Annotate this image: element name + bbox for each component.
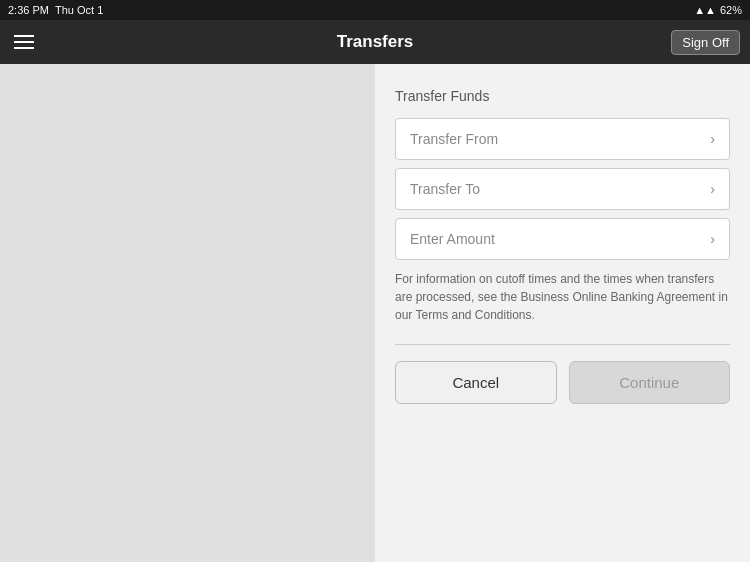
cancel-button[interactable]: Cancel	[395, 361, 557, 404]
battery-level: 62%	[720, 4, 742, 16]
status-bar: 2:36 PM Thu Oct 1 ▲▲ 62%	[0, 0, 750, 20]
enter-amount-chevron: ›	[710, 231, 715, 247]
status-left: 2:36 PM Thu Oct 1	[8, 4, 103, 16]
enter-amount-label: Enter Amount	[410, 231, 495, 247]
enter-amount-field[interactable]: Enter Amount ›	[395, 218, 730, 260]
transfer-to-chevron: ›	[710, 181, 715, 197]
wifi-icon: ▲▲	[694, 4, 716, 16]
status-day: Thu Oct 1	[55, 4, 103, 16]
status-right: ▲▲ 62%	[694, 4, 742, 16]
section-title: Transfer Funds	[395, 88, 730, 104]
button-row: Cancel Continue	[395, 361, 730, 404]
divider	[395, 344, 730, 345]
hamburger-line-1	[14, 35, 34, 37]
nav-bar: Transfers Sign Off	[0, 20, 750, 64]
transfer-to-field[interactable]: Transfer To ›	[395, 168, 730, 210]
main-content: Transfer Funds Transfer From › Transfer …	[0, 64, 750, 562]
hamburger-line-2	[14, 41, 34, 43]
hamburger-line-3	[14, 47, 34, 49]
continue-button: Continue	[569, 361, 731, 404]
sidebar	[0, 64, 375, 562]
transfer-to-label: Transfer To	[410, 181, 480, 197]
form-panel: Transfer Funds Transfer From › Transfer …	[375, 64, 750, 562]
sign-off-button[interactable]: Sign Off	[671, 30, 740, 55]
transfer-from-field[interactable]: Transfer From ›	[395, 118, 730, 160]
status-time: 2:36 PM	[8, 4, 49, 16]
info-text: For information on cutoff times and the …	[395, 270, 730, 324]
transfer-from-chevron: ›	[710, 131, 715, 147]
transfer-from-label: Transfer From	[410, 131, 498, 147]
menu-button[interactable]	[10, 31, 38, 53]
nav-title: Transfers	[337, 32, 414, 52]
